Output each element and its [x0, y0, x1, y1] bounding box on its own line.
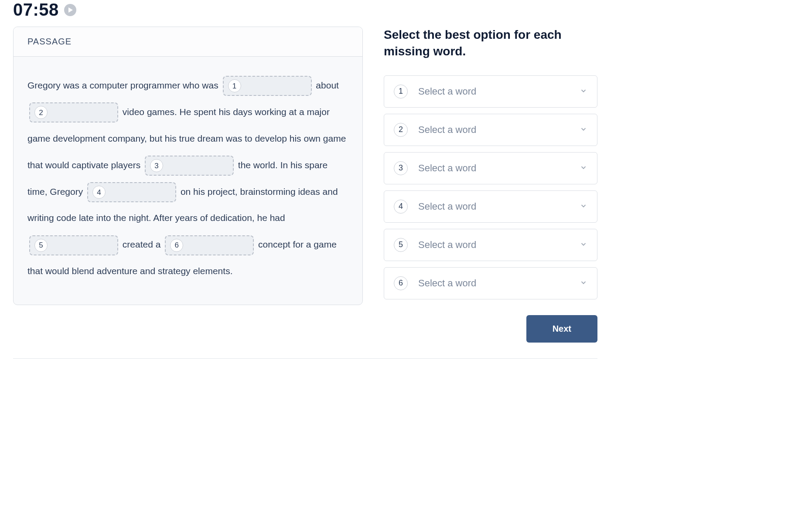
word-select-4[interactable]: 4 Select a word — [384, 190, 597, 223]
answer-panel: Select the best option for each missing … — [384, 27, 597, 343]
chevron-down-icon — [580, 163, 587, 173]
word-select-1[interactable]: 1 Select a word — [384, 75, 597, 108]
blank-space — [167, 162, 229, 170]
blank-number: 3 — [150, 159, 163, 172]
select-placeholder: Select a word — [418, 201, 580, 212]
select-number: 1 — [394, 85, 408, 98]
select-placeholder: Select a word — [418, 239, 580, 251]
blank-3[interactable]: 3 — [145, 156, 234, 176]
play-button[interactable] — [64, 4, 76, 16]
play-icon — [68, 7, 73, 13]
blank-space — [188, 241, 249, 249]
blank-space — [52, 241, 113, 249]
instructions: Select the best option for each missing … — [384, 27, 597, 60]
select-number: 3 — [394, 161, 408, 175]
divider — [13, 358, 597, 359]
blank-space — [52, 109, 113, 116]
blank-number: 1 — [228, 79, 241, 92]
word-select-2[interactable]: 2 Select a word — [384, 114, 597, 146]
select-number: 6 — [394, 276, 408, 290]
chevron-down-icon — [580, 125, 587, 135]
passage-text: about — [316, 80, 339, 90]
blank-space — [110, 188, 171, 196]
blank-number: 4 — [92, 186, 106, 199]
select-placeholder: Select a word — [418, 163, 580, 174]
blank-4[interactable]: 4 — [87, 182, 176, 202]
select-list: 1 Select a word 2 Select a word 3 Select… — [384, 75, 597, 299]
timer-display: 07:58 — [13, 0, 59, 20]
select-number: 5 — [394, 238, 408, 252]
blank-number: 5 — [34, 239, 48, 252]
blank-number: 2 — [34, 106, 48, 119]
blank-5[interactable]: 5 — [29, 235, 118, 255]
blank-6[interactable]: 6 — [165, 235, 254, 255]
select-placeholder: Select a word — [418, 278, 580, 289]
next-button[interactable]: Next — [526, 315, 597, 343]
chevron-down-icon — [580, 278, 587, 288]
blank-number: 6 — [170, 239, 183, 252]
passage-text: created a — [123, 239, 163, 249]
passage-title: PASSAGE — [27, 37, 72, 46]
timer-row: 07:58 — [13, 0, 597, 20]
select-placeholder: Select a word — [418, 86, 580, 97]
passage-text: Gregory was a computer programmer who wa… — [27, 80, 221, 90]
passage-body: Gregory was a computer programmer who wa… — [14, 57, 362, 305]
select-number: 4 — [394, 200, 408, 214]
word-select-6[interactable]: 6 Select a word — [384, 267, 597, 299]
passage-header: PASSAGE — [14, 27, 362, 57]
word-select-5[interactable]: 5 Select a word — [384, 229, 597, 261]
blank-space — [246, 82, 307, 90]
chevron-down-icon — [580, 240, 587, 250]
word-select-3[interactable]: 3 Select a word — [384, 152, 597, 184]
select-number: 2 — [394, 123, 408, 137]
blank-1[interactable]: 1 — [223, 76, 312, 96]
select-placeholder: Select a word — [418, 124, 580, 136]
passage-card: PASSAGE Gregory was a computer programme… — [13, 27, 363, 305]
chevron-down-icon — [580, 87, 587, 96]
chevron-down-icon — [580, 202, 587, 211]
blank-2[interactable]: 2 — [29, 102, 118, 122]
